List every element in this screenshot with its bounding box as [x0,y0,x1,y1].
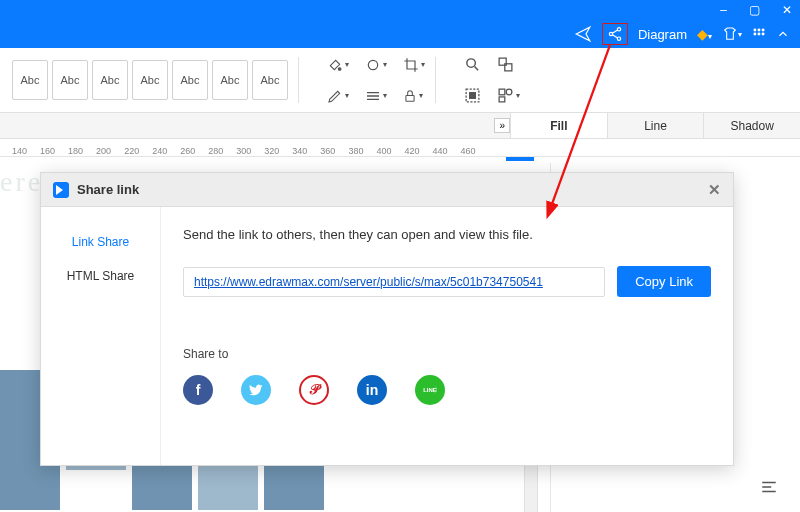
dialog-title: Share link [77,182,139,197]
share-link-dialog: Share link ✕ Link Share HTML Share Send … [40,172,734,466]
ruler-tick: 140 [12,146,27,156]
svg-point-8 [762,33,765,36]
svg-rect-17 [499,89,505,95]
diagram-label[interactable]: Diagram [638,27,687,42]
tab-shadow[interactable]: Shadow [703,113,800,138]
horizontal-ruler: 140 160 180 200 220 240 260 280 300 320 … [0,139,800,157]
crop-icon[interactable]: ▾ [403,57,425,73]
social-share-row: f 𝒫 in LINE [183,375,711,405]
svg-point-12 [467,59,476,68]
svg-point-7 [758,33,761,36]
ruler-tick: 260 [180,146,195,156]
window-titlebar: – ▢ ✕ [0,0,800,20]
svg-point-18 [506,89,512,95]
align-settings-icon[interactable] [760,478,778,500]
line-icon[interactable]: LINE [415,375,445,405]
ribbon-toolbar: Abc Abc Abc Abc Abc Abc Abc ▾ ▾ ▾ ▾ ▾ ▾ … [0,48,800,113]
window-close-button[interactable]: ✕ [782,3,792,17]
toolbar-divider [435,57,436,103]
shape-style-gallery: Abc Abc Abc Abc Abc Abc Abc [0,60,288,100]
panel-expand-button[interactable]: » [494,118,510,133]
svg-point-6 [753,33,756,36]
ruler-tick: 380 [348,146,363,156]
shape-style-item[interactable]: Abc [12,60,48,100]
tab-fill[interactable]: Fill [510,113,607,138]
app-logo-icon [53,182,69,198]
svg-point-3 [753,28,756,31]
ruler-tick: 300 [236,146,251,156]
ruler-tick: 280 [208,146,223,156]
ruler-tick: 340 [292,146,307,156]
ruler-tick: 440 [432,146,447,156]
toolbar-divider [298,57,299,103]
ruler-tick: 220 [124,146,139,156]
svg-point-5 [762,28,765,31]
twitter-icon[interactable] [241,375,271,405]
send-icon[interactable] [574,25,592,43]
shape-style-item[interactable]: Abc [252,60,288,100]
search-icon[interactable] [464,56,481,73]
dialog-header[interactable]: Share link ✕ [41,173,733,207]
share-url-input[interactable]: https://www.edrawmax.com/server/public/s… [183,267,605,297]
ruler-tick: 320 [264,146,279,156]
svg-rect-16 [470,93,476,99]
pen-icon[interactable]: ▾ [327,88,349,104]
shape-style-item[interactable]: Abc [52,60,88,100]
ruler-tick: 240 [152,146,167,156]
lock-icon[interactable]: ▾ [403,88,423,104]
sidebar-item-link-share[interactable]: Link Share [41,225,160,259]
window-restore-button[interactable]: ▢ [749,3,760,17]
shape-style-item[interactable]: Abc [172,60,208,100]
replace-icon[interactable] [497,56,514,73]
copy-link-button[interactable]: Copy Link [617,266,711,297]
svg-point-4 [758,28,761,31]
window-minimize-button[interactable]: – [720,3,727,17]
apps-grid-icon[interactable] [752,27,766,41]
tshirt-icon[interactable]: ▾ [722,26,742,42]
dialog-message: Send the link to others, then they can o… [183,227,711,242]
shape-style-item[interactable]: Abc [92,60,128,100]
select-all-icon[interactable] [464,87,481,104]
dialog-close-button[interactable]: ✕ [708,181,721,199]
top-menubar: Diagram ◆▾ ▾ [0,20,800,48]
properties-tab-row: » Fill Line Shadow [0,113,800,139]
svg-text:LINE: LINE [423,387,437,393]
ruler-tick: 200 [96,146,111,156]
svg-point-9 [338,67,341,70]
components-icon[interactable]: ▾ [497,87,520,104]
dialog-sidebar: Link Share HTML Share [41,207,161,465]
svg-rect-19 [499,97,505,102]
pinterest-icon[interactable]: 𝒫 [299,375,329,405]
outline-icon[interactable]: ▾ [365,57,387,73]
ruler-tick: 460 [461,146,476,156]
tab-line[interactable]: Line [607,113,704,138]
background-text: ere [0,166,43,198]
ruler-tick: 160 [40,146,55,156]
shape-style-item[interactable]: Abc [132,60,168,100]
svg-point-10 [368,60,377,69]
shape-style-item[interactable]: Abc [212,60,248,100]
ruler-tick: 420 [404,146,419,156]
share-icon[interactable] [607,26,623,42]
share-to-label: Share to [183,347,711,361]
ruler-tick: 400 [376,146,391,156]
diamond-icon[interactable]: ◆▾ [697,26,712,42]
sidebar-item-html-share[interactable]: HTML Share [41,259,160,293]
linkedin-icon[interactable]: in [357,375,387,405]
line-style-icon[interactable]: ▾ [365,88,387,104]
share-button-highlight [602,23,628,45]
ruler-tick: 360 [320,146,335,156]
dialog-main: Send the link to others, then they can o… [161,207,733,465]
svg-rect-11 [406,95,414,101]
chevron-up-icon[interactable] [776,27,790,41]
fill-bucket-icon[interactable]: ▾ [327,57,349,73]
ruler-tick: 180 [68,146,83,156]
facebook-icon[interactable]: f [183,375,213,405]
